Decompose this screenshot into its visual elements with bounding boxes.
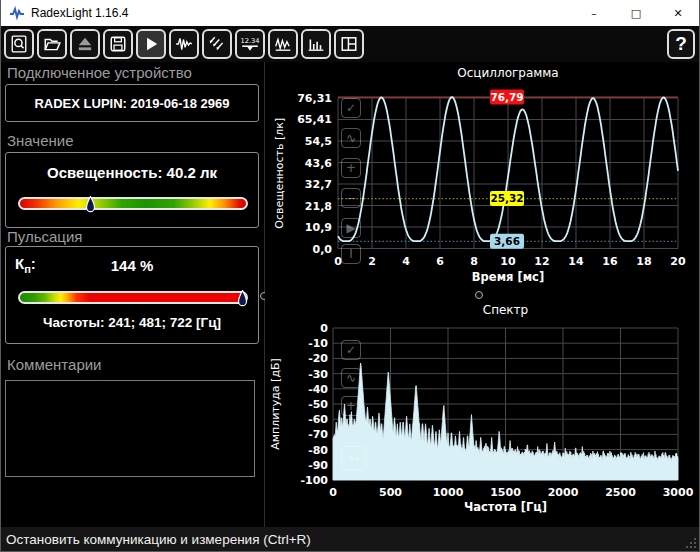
svg-text:1000: 1000	[433, 486, 464, 499]
help-button[interactable]: ?	[667, 29, 695, 59]
value-box: Освещенность: 40.2 лк	[5, 152, 259, 228]
spectrum-chart[interactable]: Спектр0-10-20-30-40-50-60-70-80-90-10005…	[265, 300, 700, 528]
osc-select-mode-icon[interactable]: ✓	[341, 98, 361, 118]
layout-panels-icon	[340, 35, 358, 53]
value-section-header: Значение	[7, 132, 74, 149]
svg-text:-20: -20	[308, 352, 328, 365]
spec-select-mode-icon[interactable]: ✓	[341, 340, 361, 360]
svg-text:3000: 3000	[663, 486, 694, 499]
device-preview-button[interactable]	[4, 29, 34, 59]
kp-value: 144 %	[6, 257, 258, 274]
illuminance-marker-icon	[85, 196, 96, 213]
save-file-button[interactable]	[103, 29, 133, 59]
charts-panel: 76,7925,323,66Осциллограмма0,010,921,832…	[265, 62, 699, 527]
osc-zoom-out-icon[interactable]: −	[341, 188, 361, 208]
svg-text:Амплитуда [дБ]: Амплитуда [дБ]	[269, 358, 282, 450]
svg-text:0: 0	[320, 322, 328, 335]
svg-text:2: 2	[368, 255, 376, 268]
svg-text:Осциллограмма: Осциллограмма	[457, 66, 558, 80]
svg-text:Частота [Гц]: Частота [Гц]	[464, 500, 547, 514]
svg-text:-10: -10	[308, 337, 328, 350]
left-panel: Подключенное устройство RADEX LUPIN: 201…	[1, 62, 264, 527]
pulsation-marker-icon	[237, 290, 248, 307]
eject-device-button[interactable]	[70, 29, 100, 59]
open-folder-icon	[43, 35, 61, 53]
svg-text:14: 14	[568, 255, 584, 268]
illuminance-scale-bar	[18, 197, 248, 210]
svg-text:Спектр: Спектр	[483, 303, 528, 317]
osc-autoscale-icon[interactable]: ∿	[341, 128, 361, 148]
svg-text:2000: 2000	[548, 486, 579, 499]
svg-text:10,9: 10,9	[305, 221, 332, 234]
svg-text:-50: -50	[308, 398, 328, 411]
svg-text:3,66: 3,66	[494, 235, 520, 247]
svg-text:18: 18	[636, 255, 651, 268]
app-logo-icon	[9, 5, 25, 21]
svg-text:-100: -100	[300, 474, 328, 487]
eject-icon	[76, 35, 94, 53]
oscillogram-chart[interactable]: 76,7925,323,66Осциллограмма0,010,921,832…	[265, 62, 700, 300]
spectrum-bars-icon	[307, 35, 325, 53]
waveform-mode-button[interactable]	[169, 29, 199, 59]
window-title: RadexLight 1.16.4	[31, 6, 128, 20]
light-rays-mode-button[interactable]	[202, 29, 232, 59]
spec-autoscale-icon[interactable]: ∿	[341, 368, 361, 388]
svg-text:10: 10	[500, 255, 516, 268]
svg-text:6: 6	[436, 255, 444, 268]
svg-text:21,8: 21,8	[305, 200, 332, 213]
pulsation-box: Кп: 144 % Частоты: 241; 481; 722 [Гц]	[5, 246, 259, 344]
floppy-save-icon	[109, 35, 127, 53]
frequencies-value: Частоты: 241; 481; 722 [Гц]	[6, 315, 258, 330]
svg-text:12: 12	[534, 255, 549, 268]
horizontal-splitter-grip[interactable]	[475, 291, 483, 299]
comments-input[interactable]	[5, 380, 255, 477]
spec-zoom-in-icon[interactable]: +	[341, 396, 361, 416]
svg-text:4: 4	[402, 255, 410, 268]
device-name: RADEX LUPIN: 2019-06-18 2969	[34, 96, 229, 111]
illuminance-value: Освещенность: 40.2 лк	[6, 164, 258, 181]
device-section-header: Подключенное устройство	[7, 64, 192, 81]
svg-text:32,7: 32,7	[305, 178, 332, 191]
resize-grip-icon[interactable]	[685, 537, 697, 549]
numeric-display-icon: 12.34	[240, 35, 260, 53]
svg-text:500: 500	[379, 486, 402, 499]
comments-section-header: Комментарии	[7, 356, 101, 373]
play-icon	[142, 35, 160, 53]
pulse-waveform-icon	[175, 35, 193, 53]
svg-text:65,41: 65,41	[297, 113, 332, 126]
light-rays-icon	[208, 35, 226, 53]
svg-text:8: 8	[470, 255, 478, 268]
window-controls: – □ ✕	[573, 0, 699, 26]
pulsation-scale-bar	[18, 291, 248, 304]
minimize-button[interactable]: –	[573, 0, 615, 26]
open-file-button[interactable]	[37, 29, 67, 59]
osc-interval-mode-icon[interactable]: I	[341, 244, 361, 264]
status-bar: Остановить коммуникацию и измерения (Ctr…	[1, 527, 699, 551]
numeric-display-mode-button[interactable]: 12.34	[235, 29, 265, 59]
device-box: RADEX LUPIN: 2019-06-18 2969	[5, 84, 259, 122]
svg-text:-70: -70	[308, 428, 328, 441]
svg-text:20: 20	[670, 255, 686, 268]
close-button[interactable]: ✕	[657, 0, 699, 26]
svg-text:25,32: 25,32	[490, 192, 523, 204]
svg-text:-80: -80	[308, 444, 328, 457]
spec-pan-icon[interactable]: ↔	[341, 446, 367, 470]
play-measurement-button[interactable]	[136, 29, 166, 59]
osc-zoom-in-icon[interactable]: +	[341, 158, 361, 178]
maximize-button[interactable]: □	[615, 0, 657, 26]
magnifier-document-icon	[10, 35, 28, 53]
svg-text:-60: -60	[308, 413, 328, 426]
toolbar: 12.34	[1, 26, 699, 62]
osc-cursor-mode-icon[interactable]: ▶	[341, 218, 361, 238]
svg-text:Время [мс]: Время [мс]	[472, 270, 544, 284]
spectrum-view-button[interactable]	[301, 29, 331, 59]
svg-text:-40: -40	[308, 383, 328, 396]
svg-text:43,6: 43,6	[305, 157, 332, 170]
svg-text:Освещенность [лк]: Освещенность [лк]	[273, 118, 286, 229]
oscillogram-view-button[interactable]	[268, 29, 298, 59]
layout-view-button[interactable]	[334, 29, 364, 59]
status-text: Остановить коммуникацию и измерения (Ctr…	[6, 532, 311, 547]
svg-text:76,31: 76,31	[297, 92, 332, 105]
svg-text:1500: 1500	[490, 486, 521, 499]
svg-text:16: 16	[602, 255, 618, 268]
